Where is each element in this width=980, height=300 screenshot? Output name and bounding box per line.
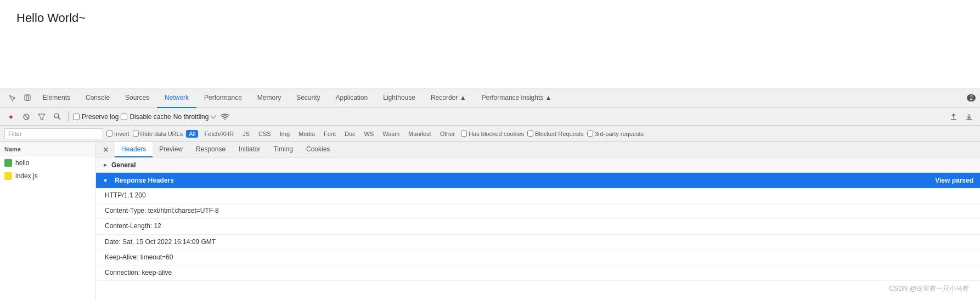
filter-type-img[interactable]: Img — [277, 130, 292, 138]
filter-type-media[interactable]: Media — [296, 130, 318, 138]
preserve-log-checkbox[interactable]: Preserve log — [73, 113, 119, 121]
close-detail-button[interactable]: ✕ — [100, 144, 111, 155]
page-content: Hello World~ — [0, 0, 980, 88]
tab-sources[interactable]: Sources — [117, 88, 157, 108]
filter-type-doc[interactable]: Doc — [342, 130, 358, 138]
response-headers-bar[interactable]: ▼ Response Headers View parsed — [96, 173, 980, 188]
filter-icon[interactable] — [35, 110, 48, 123]
file-icon-js — [4, 172, 12, 180]
header-entry-5: Connection: keep-alive — [96, 265, 980, 281]
tab-application[interactable]: Application — [328, 88, 376, 108]
list-item[interactable]: hello — [0, 156, 95, 169]
preserve-log-input[interactable] — [73, 114, 80, 120]
record-button[interactable]: ● — [4, 110, 18, 123]
filter-type-wasm[interactable]: Wasm — [380, 130, 402, 138]
tab-security[interactable]: Security — [289, 88, 328, 108]
detail-panel: ✕ Headers Preview Response Initiator Tim… — [96, 142, 980, 300]
download-icon[interactable] — [962, 110, 976, 123]
tab-timing[interactable]: Timing — [267, 142, 300, 157]
file-list: Name hello index.js — [0, 142, 96, 300]
upload-icon[interactable] — [947, 110, 960, 123]
filter-type-fetch[interactable]: Fetch/XHR — [201, 130, 236, 138]
header-entry-4: Keep-Alive: timeout=60 — [96, 250, 980, 265]
main-area: Name hello index.js ✕ Headers Preview — [0, 142, 980, 300]
tab-headers[interactable]: Headers — [115, 142, 153, 157]
file-icon-html — [4, 159, 12, 167]
tab-preview[interactable]: Preview — [153, 142, 189, 157]
filter-type-other[interactable]: Other — [437, 130, 458, 138]
header-entry-3: Date: Sat, 15 Oct 2022 16:14:09 GMT — [96, 235, 980, 250]
disable-cache-input[interactable] — [121, 114, 127, 120]
tab-cookies[interactable]: Cookies — [300, 142, 336, 157]
general-section-header[interactable]: ► General — [96, 157, 980, 173]
detail-tabs: ✕ Headers Preview Response Initiator Tim… — [96, 142, 980, 157]
header-entry-0: HTTP/1.1 200 — [96, 188, 980, 203]
filter-type-css[interactable]: CSS — [256, 130, 274, 138]
filter-type-manifest[interactable]: Manifest — [405, 130, 434, 138]
tab-network[interactable]: Network — [157, 88, 196, 108]
search-icon[interactable] — [50, 110, 64, 123]
tab-response[interactable]: Response — [189, 142, 232, 157]
filter-input[interactable] — [4, 128, 103, 139]
network-toolbar: ● Preserve log — [0, 108, 980, 126]
throttle-select[interactable]: No throttling — [173, 113, 217, 121]
view-parsed-button[interactable]: View parsed — [935, 177, 973, 184]
badge-count: 2 — [967, 94, 976, 101]
list-item[interactable]: index.js — [0, 169, 95, 183]
detail-content: ► General ▼ Response Headers View parsed… — [96, 157, 980, 300]
response-headers-title-row: ▼ Response Headers — [103, 177, 174, 184]
general-arrow: ► — [103, 162, 108, 168]
filter-type-js[interactable]: JS — [240, 130, 252, 138]
svg-point-5 — [54, 114, 59, 118]
watermark: CSDN @这里有一只小马呀 — [889, 284, 969, 293]
has-blocked-cookies-checkbox[interactable]: Has blocked cookies — [461, 131, 524, 137]
tab-performance-insights[interactable]: Performance insights ▲ — [474, 88, 560, 108]
header-entry-1: Content-Type: text/html;charset=UTF-8 — [96, 203, 980, 219]
svg-line-3 — [25, 115, 28, 118]
tab-recorder[interactable]: Recorder ▲ — [423, 88, 474, 108]
filter-type-all[interactable]: All — [186, 130, 198, 138]
tab-initiator[interactable]: Initiator — [232, 142, 267, 157]
file-list-header: Name — [0, 142, 95, 156]
tab-performance[interactable]: Performance — [196, 88, 250, 108]
device-icon[interactable] — [20, 90, 35, 106]
disable-cache-checkbox[interactable]: Disable cache — [121, 113, 171, 121]
page-title: Hello World~ — [16, 11, 86, 25]
filter-type-ws[interactable]: WS — [362, 130, 377, 138]
header-entry-2: Content-Length: 12 — [96, 219, 980, 234]
response-arrow: ▼ — [103, 178, 108, 184]
filter-bar: Invert Hide data URLs All Fetch/XHR JS C… — [0, 126, 980, 142]
devtools-tabs-bar: Elements Console Sources Network Perform… — [0, 88, 980, 108]
tab-lighthouse[interactable]: Lighthouse — [375, 88, 423, 108]
clear-button[interactable] — [20, 110, 33, 123]
third-party-checkbox[interactable]: 3rd-party requests — [587, 131, 644, 137]
tab-elements[interactable]: Elements — [35, 88, 78, 108]
svg-marker-4 — [38, 114, 45, 120]
filter-type-font[interactable]: Font — [321, 130, 339, 138]
svg-line-6 — [58, 117, 60, 120]
hide-data-urls-checkbox[interactable]: Hide data URLs — [133, 131, 183, 137]
cursor-icon[interactable] — [4, 90, 20, 106]
tab-memory[interactable]: Memory — [250, 88, 289, 108]
blocked-requests-checkbox[interactable]: Blocked Requests — [527, 131, 584, 137]
devtools-panel: Elements Console Sources Network Perform… — [0, 88, 980, 300]
invert-checkbox[interactable]: Invert — [106, 131, 129, 137]
separator-1 — [68, 111, 69, 122]
wifi-icon[interactable] — [218, 110, 232, 123]
tab-console[interactable]: Console — [78, 88, 117, 108]
